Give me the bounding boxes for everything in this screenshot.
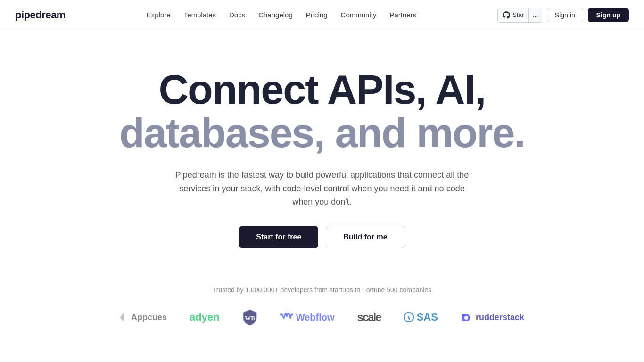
nav-explore[interactable]: Explore: [147, 11, 171, 19]
appcues-icon: [120, 312, 128, 322]
nav-right: Star ... Sign in Sign up: [497, 8, 629, 23]
logo-adyen: adyen: [190, 311, 220, 323]
github-star-count: ...: [529, 8, 542, 22]
hero-section: Connect APIs, AI, databases, and more. P…: [0, 30, 644, 277]
rudderstack-icon: [461, 312, 473, 322]
build-for-me-button[interactable]: Build for me: [326, 226, 405, 248]
svg-marker-0: [120, 312, 124, 322]
svg-text:§: §: [407, 315, 410, 320]
github-icon: [503, 11, 510, 19]
navbar: pipedream Explore Templates Docs Changel…: [0, 0, 644, 30]
nav-community[interactable]: Community: [341, 11, 377, 19]
hero-title: Connect APIs, AI, databases, and more.: [119, 68, 525, 155]
nav-partners[interactable]: Partners: [389, 11, 416, 19]
start-for-free-button[interactable]: Start for free: [239, 226, 318, 248]
logos-row: Appcues adyen WB Webflow scale: [120, 309, 524, 326]
nav-templates[interactable]: Templates: [184, 11, 216, 19]
logo-appcues: Appcues: [120, 312, 167, 322]
nav-changelog[interactable]: Changelog: [258, 11, 293, 19]
logo-wb: WB: [242, 309, 257, 326]
webflow-icon: [280, 313, 293, 322]
signin-button[interactable]: Sign in: [547, 8, 583, 22]
github-star-main[interactable]: Star: [498, 8, 529, 22]
logo-sas: § SAS: [404, 311, 438, 323]
logo-rudderstack: rudderstack: [461, 312, 524, 322]
hero-buttons: Start for free Build for me: [239, 226, 405, 248]
svg-text:WB: WB: [245, 314, 255, 321]
trusted-section: Trusted by 1,000,000+ developers from st…: [0, 277, 644, 345]
wb-shield-icon: WB: [242, 309, 257, 326]
sas-icon: §: [404, 312, 414, 322]
nav-links: Explore Templates Docs Changelog Pricing…: [147, 11, 416, 19]
nav-docs[interactable]: Docs: [229, 11, 245, 19]
trusted-text: Trusted by 1,000,000+ developers from st…: [213, 286, 431, 294]
nav-pricing[interactable]: Pricing: [306, 11, 328, 19]
svg-point-4: [464, 316, 468, 320]
github-star-label: Star: [512, 11, 524, 18]
signup-button[interactable]: Sign up: [588, 8, 629, 22]
logo[interactable]: pipedream: [15, 9, 66, 21]
logo-webflow: Webflow: [280, 312, 335, 323]
github-star-widget[interactable]: Star ...: [497, 8, 542, 23]
hero-subtitle: Pipedream is the fastest way to build po…: [171, 168, 473, 209]
logo-scale: scale: [357, 311, 381, 324]
